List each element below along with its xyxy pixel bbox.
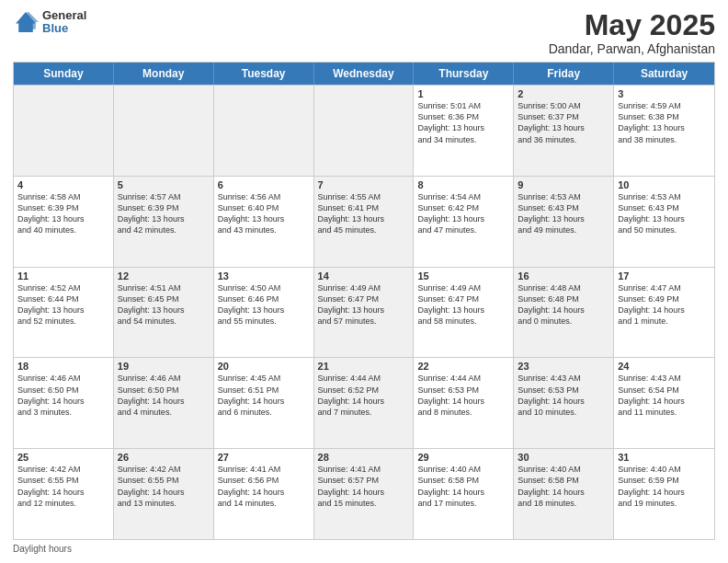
logo-icon — [13, 9, 39, 35]
cal-row-2: 11Sunrise: 4:52 AM Sunset: 6:44 PM Dayli… — [14, 267, 714, 358]
cal-cell-14: 14Sunrise: 4:49 AM Sunset: 6:47 PM Dayli… — [314, 268, 415, 358]
cal-cell-20: 20Sunrise: 4:45 AM Sunset: 6:51 PM Dayli… — [214, 358, 314, 448]
day-number: 18 — [17, 361, 109, 372]
cal-cell-empty-0-2 — [214, 86, 314, 176]
logo-blue-text: Blue — [42, 22, 86, 35]
cal-row-1: 4Sunrise: 4:58 AM Sunset: 6:39 PM Daylig… — [14, 176, 714, 267]
cal-cell-31: 31Sunrise: 4:40 AM Sunset: 6:59 PM Dayli… — [614, 449, 714, 539]
logo-general-text: General — [42, 9, 86, 22]
day-number: 10 — [618, 179, 711, 190]
cell-text: Sunrise: 4:44 AM Sunset: 6:52 PM Dayligh… — [318, 373, 410, 418]
cell-text: Sunrise: 4:52 AM Sunset: 6:44 PM Dayligh… — [17, 282, 109, 327]
cal-cell-16: 16Sunrise: 4:48 AM Sunset: 6:48 PM Dayli… — [514, 268, 614, 358]
cell-text: Sunrise: 4:58 AM Sunset: 6:39 PM Dayligh… — [17, 191, 109, 236]
footer-note: Daylight hours — [13, 544, 715, 554]
cell-text: Sunrise: 4:43 AM Sunset: 6:53 PM Dayligh… — [518, 373, 609, 418]
day-number: 25 — [17, 452, 109, 463]
day-number: 11 — [17, 270, 109, 282]
cal-cell-4: 4Sunrise: 4:58 AM Sunset: 6:39 PM Daylig… — [14, 177, 114, 267]
cell-text: Sunrise: 4:43 AM Sunset: 6:54 PM Dayligh… — [618, 373, 711, 418]
day-number: 12 — [118, 270, 210, 282]
cal-header-cell-monday: Monday — [114, 63, 214, 85]
cal-header-cell-wednesday: Wednesday — [314, 63, 415, 85]
day-number: 21 — [318, 361, 410, 372]
cell-text: Sunrise: 4:40 AM Sunset: 6:59 PM Dayligh… — [618, 464, 711, 509]
logo: General Blue — [13, 9, 86, 36]
cell-text: Sunrise: 4:46 AM Sunset: 6:50 PM Dayligh… — [118, 373, 210, 418]
cell-text: Sunrise: 4:49 AM Sunset: 6:47 PM Dayligh… — [417, 282, 509, 327]
cell-text: Sunrise: 5:01 AM Sunset: 6:36 PM Dayligh… — [417, 100, 509, 145]
cal-header-cell-thursday: Thursday — [414, 63, 514, 85]
day-number: 3 — [618, 88, 711, 99]
day-number: 26 — [118, 452, 210, 463]
cell-text: Sunrise: 4:46 AM Sunset: 6:50 PM Dayligh… — [17, 373, 109, 418]
cell-text: Sunrise: 4:49 AM Sunset: 6:47 PM Dayligh… — [318, 282, 410, 327]
day-number: 22 — [417, 361, 509, 372]
cell-text: Sunrise: 4:47 AM Sunset: 6:49 PM Dayligh… — [618, 282, 711, 327]
day-number: 19 — [118, 361, 210, 372]
cal-cell-28: 28Sunrise: 4:41 AM Sunset: 6:57 PM Dayli… — [314, 449, 415, 539]
title-month: May 2025 — [549, 9, 715, 41]
cal-row-3: 18Sunrise: 4:46 AM Sunset: 6:50 PM Dayli… — [14, 357, 714, 448]
cal-row-0: 1Sunrise: 5:01 AM Sunset: 6:36 PM Daylig… — [14, 85, 714, 176]
cal-cell-empty-0-1 — [114, 86, 214, 176]
day-number: 1 — [417, 88, 509, 99]
cell-text: Sunrise: 5:00 AM Sunset: 6:37 PM Dayligh… — [518, 100, 609, 145]
cal-cell-21: 21Sunrise: 4:44 AM Sunset: 6:52 PM Dayli… — [314, 358, 415, 448]
cal-cell-29: 29Sunrise: 4:40 AM Sunset: 6:58 PM Dayli… — [414, 449, 514, 539]
cell-text: Sunrise: 4:42 AM Sunset: 6:55 PM Dayligh… — [118, 464, 210, 509]
cal-cell-30: 30Sunrise: 4:40 AM Sunset: 6:58 PM Dayli… — [514, 449, 614, 539]
cell-text: Sunrise: 4:56 AM Sunset: 6:40 PM Dayligh… — [218, 191, 310, 236]
cal-cell-7: 7Sunrise: 4:55 AM Sunset: 6:41 PM Daylig… — [314, 177, 415, 267]
cal-cell-12: 12Sunrise: 4:51 AM Sunset: 6:45 PM Dayli… — [114, 268, 214, 358]
cal-cell-23: 23Sunrise: 4:43 AM Sunset: 6:53 PM Dayli… — [514, 358, 614, 448]
cal-cell-5: 5Sunrise: 4:57 AM Sunset: 6:39 PM Daylig… — [114, 177, 214, 267]
cal-header-cell-tuesday: Tuesday — [214, 63, 314, 85]
cell-text: Sunrise: 4:53 AM Sunset: 6:43 PM Dayligh… — [518, 191, 609, 236]
cal-cell-10: 10Sunrise: 4:53 AM Sunset: 6:43 PM Dayli… — [614, 177, 714, 267]
cal-cell-2: 2Sunrise: 5:00 AM Sunset: 6:37 PM Daylig… — [514, 86, 614, 176]
day-number: 15 — [417, 270, 509, 282]
cal-cell-8: 8Sunrise: 4:54 AM Sunset: 6:42 PM Daylig… — [414, 177, 514, 267]
cal-cell-11: 11Sunrise: 4:52 AM Sunset: 6:44 PM Dayli… — [14, 268, 114, 358]
cell-text: Sunrise: 4:44 AM Sunset: 6:53 PM Dayligh… — [417, 373, 509, 418]
cal-cell-13: 13Sunrise: 4:50 AM Sunset: 6:46 PM Dayli… — [214, 268, 314, 358]
day-number: 8 — [417, 179, 509, 190]
day-number: 2 — [518, 88, 609, 99]
day-number: 14 — [318, 270, 410, 282]
cal-cell-empty-0-0 — [14, 86, 114, 176]
calendar-body: 1Sunrise: 5:01 AM Sunset: 6:36 PM Daylig… — [14, 85, 714, 539]
cal-cell-empty-0-3 — [314, 86, 415, 176]
day-number: 27 — [218, 452, 310, 463]
cell-text: Sunrise: 4:40 AM Sunset: 6:58 PM Dayligh… — [417, 464, 509, 509]
cal-header-cell-sunday: Sunday — [14, 63, 114, 85]
day-number: 5 — [118, 179, 210, 190]
cal-cell-27: 27Sunrise: 4:41 AM Sunset: 6:56 PM Dayli… — [214, 449, 314, 539]
day-number: 28 — [318, 452, 410, 463]
cell-text: Sunrise: 4:54 AM Sunset: 6:42 PM Dayligh… — [417, 191, 509, 236]
title-location: Dandar, Parwan, Afghanistan — [549, 41, 715, 56]
cell-text: Sunrise: 4:59 AM Sunset: 6:38 PM Dayligh… — [618, 100, 711, 145]
day-number: 20 — [218, 361, 310, 372]
cal-cell-19: 19Sunrise: 4:46 AM Sunset: 6:50 PM Dayli… — [114, 358, 214, 448]
day-number: 4 — [17, 179, 109, 190]
cal-cell-26: 26Sunrise: 4:42 AM Sunset: 6:55 PM Dayli… — [114, 449, 214, 539]
cal-cell-25: 25Sunrise: 4:42 AM Sunset: 6:55 PM Dayli… — [14, 449, 114, 539]
cal-cell-17: 17Sunrise: 4:47 AM Sunset: 6:49 PM Dayli… — [614, 268, 714, 358]
day-number: 9 — [518, 179, 609, 190]
cell-text: Sunrise: 4:42 AM Sunset: 6:55 PM Dayligh… — [17, 464, 109, 509]
day-number: 31 — [618, 452, 711, 463]
calendar-header-row: SundayMondayTuesdayWednesdayThursdayFrid… — [14, 63, 714, 85]
cal-row-4: 25Sunrise: 4:42 AM Sunset: 6:55 PM Dayli… — [14, 448, 714, 539]
cell-text: Sunrise: 4:48 AM Sunset: 6:48 PM Dayligh… — [518, 282, 609, 327]
calendar: SundayMondayTuesdayWednesdayThursdayFrid… — [13, 62, 715, 540]
cal-cell-22: 22Sunrise: 4:44 AM Sunset: 6:53 PM Dayli… — [414, 358, 514, 448]
cell-text: Sunrise: 4:40 AM Sunset: 6:58 PM Dayligh… — [518, 464, 609, 509]
cell-text: Sunrise: 4:50 AM Sunset: 6:46 PM Dayligh… — [218, 282, 310, 327]
title-block: May 2025 Dandar, Parwan, Afghanistan — [549, 9, 715, 56]
page: General Blue May 2025 Dandar, Parwan, Af… — [0, 0, 728, 563]
day-number: 16 — [518, 270, 609, 282]
cal-cell-9: 9Sunrise: 4:53 AM Sunset: 6:43 PM Daylig… — [514, 177, 614, 267]
cell-text: Sunrise: 4:41 AM Sunset: 6:56 PM Dayligh… — [218, 464, 310, 509]
cell-text: Sunrise: 4:57 AM Sunset: 6:39 PM Dayligh… — [118, 191, 210, 236]
